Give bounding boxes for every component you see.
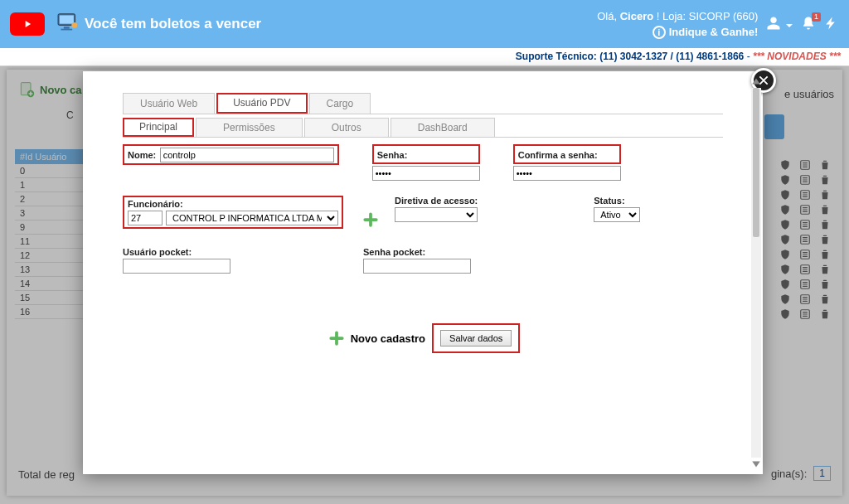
stars-left: ***: [753, 51, 767, 62]
senha-pocket-label: Senha pocket:: [363, 247, 471, 257]
tab-dashboard[interactable]: DashBoard: [391, 118, 495, 137]
plus-icon: [329, 331, 344, 346]
senha-pocket-input[interactable]: [363, 259, 471, 274]
indique-ganhe-link[interactable]: i Indique & Ganhe!: [597, 26, 758, 39]
confirma-senha-input[interactable]: [513, 166, 621, 181]
nome-input[interactable]: [160, 148, 334, 162]
support-label: Suporte Técnico:: [516, 51, 599, 62]
tab-outros[interactable]: Outros: [304, 118, 389, 137]
notification-badge: 1: [812, 12, 821, 22]
user-menu[interactable]: [766, 16, 793, 33]
modal-dialog: Usuário Web Usuário PDV Cargo Principal …: [83, 71, 763, 474]
senha-input[interactable]: [372, 166, 480, 181]
nome-label: Nome:: [128, 150, 156, 160]
info-icon: i: [653, 26, 666, 39]
tab-principal[interactable]: Principal: [123, 118, 194, 137]
modal-scrollbar[interactable]: [751, 88, 761, 458]
tab-permissoes[interactable]: Permissões: [196, 118, 303, 137]
svg-rect-3: [61, 29, 72, 31]
novo-cadastro-button[interactable]: Novo cadastro: [351, 332, 425, 345]
scroll-up-icon[interactable]: [751, 76, 761, 86]
greeting-store: ! Loja: SICORP (660): [653, 10, 758, 22]
status-select[interactable]: Ativo: [594, 207, 640, 222]
funcionario-id-input[interactable]: [128, 211, 163, 225]
support-sep: -: [744, 51, 753, 62]
page-title: Você tem boletos a vencer: [85, 16, 261, 32]
novidades-link[interactable]: NOVIDADES: [767, 51, 826, 62]
tab-usuario-pdv[interactable]: Usuário PDV: [216, 93, 307, 114]
status-label: Status:: [594, 196, 640, 206]
usuario-pocket-label: Usuário pocket:: [123, 247, 230, 257]
bolt-icon[interactable]: [824, 16, 839, 33]
funcionario-select[interactable]: CONTROL P INFORMATICA LTDA ME: [166, 211, 338, 225]
tab-cargo[interactable]: Cargo: [309, 93, 371, 114]
usuario-pocket-input[interactable]: [123, 259, 230, 274]
greeting-user: Cicero: [620, 10, 653, 22]
diretiva-select[interactable]: [395, 207, 478, 222]
svg-rect-1: [60, 15, 74, 23]
indique-label: Indique & Ganhe!: [669, 26, 759, 38]
scroll-down-icon[interactable]: [751, 459, 761, 469]
greeting-text: Olá,: [597, 10, 619, 22]
tab-usuario-web[interactable]: Usuário Web: [123, 93, 215, 114]
monitor-icon: [56, 12, 85, 36]
notifications-button[interactable]: 1: [801, 16, 816, 33]
add-funcionario-icon[interactable]: [363, 212, 378, 227]
support-phones: (11) 3042-1327 / (11) 4861-1866: [599, 51, 744, 62]
confirma-senha-label: Confirma a senha:: [518, 150, 598, 160]
svg-rect-2: [64, 27, 70, 29]
stars-right: ***: [827, 51, 841, 62]
diretiva-label: Diretiva de acesso:: [395, 196, 478, 206]
senha-label: Senha:: [377, 150, 408, 160]
salvar-dados-button[interactable]: Salvar dados: [440, 330, 512, 346]
funcionario-label: Funcionário:: [128, 199, 338, 209]
svg-point-4: [71, 22, 77, 28]
youtube-logo[interactable]: [10, 12, 45, 36]
support-line: Suporte Técnico: (11) 3042-1327 / (11) 4…: [0, 48, 849, 66]
